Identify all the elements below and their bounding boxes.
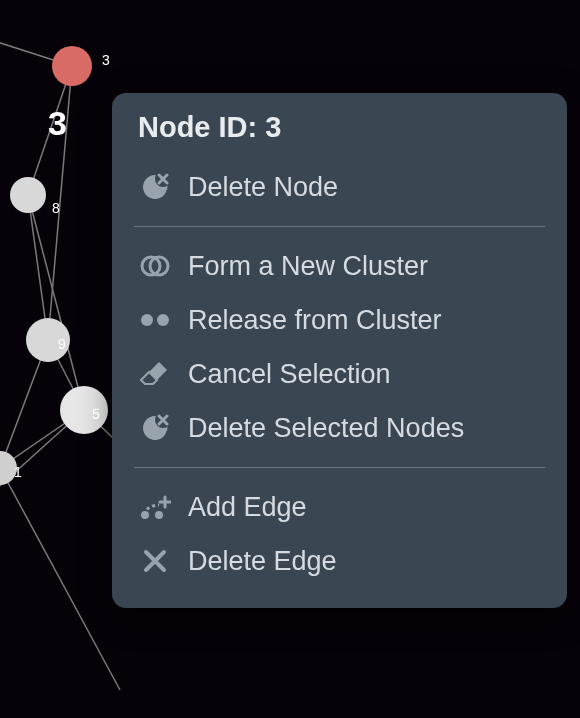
menu-item-delete-edge[interactable]: Delete Edge bbox=[112, 534, 567, 588]
delete-selected-icon bbox=[138, 411, 172, 445]
graph-edge[interactable] bbox=[28, 195, 84, 410]
menu-separator bbox=[134, 467, 545, 468]
menu-item-label: Cancel Selection bbox=[188, 359, 541, 390]
graph-node-3[interactable] bbox=[52, 46, 92, 86]
menu-item-label: Delete Selected Nodes bbox=[188, 413, 541, 444]
selected-node-label: 3 bbox=[48, 104, 67, 143]
eraser-icon bbox=[138, 357, 172, 391]
menu-item-delete-selected[interactable]: Delete Selected Nodes bbox=[112, 401, 567, 455]
menu-item-label: Release from Cluster bbox=[188, 305, 541, 336]
add-edge-icon bbox=[138, 490, 172, 524]
graph-node-label: 3 bbox=[102, 52, 110, 68]
graph-node-label: 9 bbox=[58, 336, 66, 352]
graph-node-label: 8 bbox=[52, 200, 60, 216]
svg-point-3 bbox=[141, 314, 153, 326]
menu-separator bbox=[134, 226, 545, 227]
graph-edge[interactable] bbox=[0, 468, 120, 690]
menu-item-label: Delete Edge bbox=[188, 546, 541, 577]
release-cluster-icon bbox=[138, 303, 172, 337]
menu-item-label: Add Edge bbox=[188, 492, 541, 523]
menu-item-delete-node[interactable]: Delete Node bbox=[112, 160, 567, 214]
menu-title: Node ID: 3 bbox=[112, 111, 567, 160]
menu-item-form-cluster[interactable]: Form a New Cluster bbox=[112, 239, 567, 293]
graph-node-5[interactable] bbox=[60, 386, 108, 434]
form-cluster-icon bbox=[138, 249, 172, 283]
menu-item-add-edge[interactable]: Add Edge bbox=[112, 480, 567, 534]
svg-point-4 bbox=[157, 314, 169, 326]
menu-item-label: Delete Node bbox=[188, 172, 541, 203]
graph-node-label: 5 bbox=[92, 406, 100, 422]
delete-node-icon bbox=[138, 170, 172, 204]
close-icon bbox=[138, 544, 172, 578]
graph-node-label: 1 bbox=[14, 464, 22, 480]
menu-item-label: Form a New Cluster bbox=[188, 251, 541, 282]
node-context-menu: Node ID: 3 Delete Node Form a New Cluste… bbox=[112, 93, 567, 608]
menu-item-release-cluster[interactable]: Release from Cluster bbox=[112, 293, 567, 347]
svg-point-7 bbox=[155, 511, 163, 519]
menu-item-cancel-selection[interactable]: Cancel Selection bbox=[112, 347, 567, 401]
graph-node-8[interactable] bbox=[10, 177, 46, 213]
